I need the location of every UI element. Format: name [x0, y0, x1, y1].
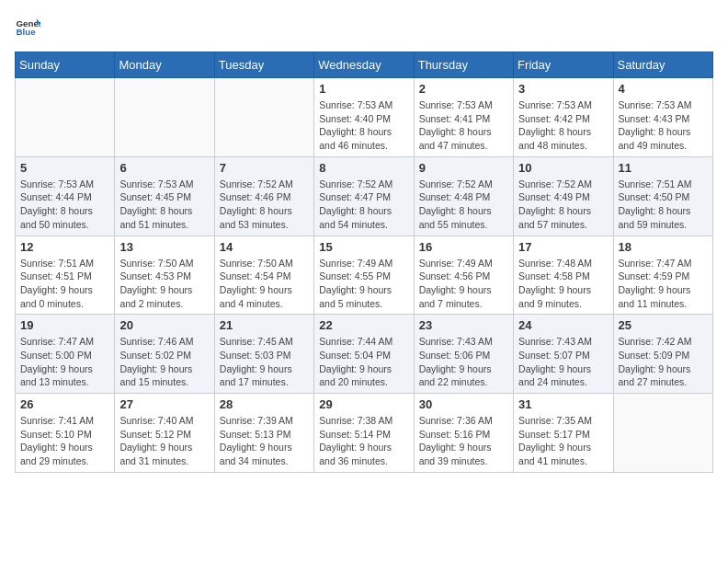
page-header: General Blue — [15, 15, 713, 40]
day-cell: 1Sunrise: 7:53 AM Sunset: 4:40 PM Daylig… — [314, 78, 414, 157]
day-number: 30 — [419, 397, 508, 411]
day-detail: Sunrise: 7:48 AM Sunset: 4:58 PM Dayligh… — [518, 257, 608, 311]
day-number: 12 — [20, 240, 109, 254]
day-number: 1 — [319, 82, 408, 96]
day-detail: Sunrise: 7:44 AM Sunset: 5:04 PM Dayligh… — [319, 335, 408, 389]
day-detail: Sunrise: 7:40 AM Sunset: 5:12 PM Dayligh… — [119, 414, 209, 468]
day-number: 14 — [220, 240, 309, 254]
day-number: 23 — [419, 318, 508, 332]
day-number: 26 — [20, 397, 109, 411]
day-detail: Sunrise: 7:52 AM Sunset: 4:47 PM Dayligh… — [319, 178, 408, 232]
week-row-1: 1Sunrise: 7:53 AM Sunset: 4:40 PM Daylig… — [16, 78, 713, 157]
day-cell: 30Sunrise: 7:36 AM Sunset: 5:16 PM Dayli… — [414, 394, 513, 473]
day-number: 31 — [518, 397, 608, 411]
day-number: 19 — [20, 318, 109, 332]
day-cell: 24Sunrise: 7:43 AM Sunset: 5:07 PM Dayli… — [514, 315, 613, 394]
day-detail: Sunrise: 7:53 AM Sunset: 4:42 PM Dayligh… — [518, 98, 608, 153]
day-cell: 6Sunrise: 7:53 AM Sunset: 4:45 PM Daylig… — [115, 156, 214, 236]
day-detail: Sunrise: 7:50 AM Sunset: 4:53 PM Dayligh… — [119, 257, 209, 311]
day-detail: Sunrise: 7:42 AM Sunset: 5:09 PM Dayligh… — [619, 335, 708, 389]
day-number: 16 — [419, 240, 508, 254]
day-detail: Sunrise: 7:53 AM Sunset: 4:43 PM Dayligh… — [619, 98, 708, 153]
day-number: 8 — [319, 161, 408, 175]
day-cell: 22Sunrise: 7:44 AM Sunset: 5:04 PM Dayli… — [314, 315, 414, 394]
day-cell: 17Sunrise: 7:48 AM Sunset: 4:58 PM Dayli… — [514, 236, 613, 315]
day-cell — [613, 394, 712, 473]
col-header-thursday: Thursday — [414, 52, 513, 78]
day-cell: 21Sunrise: 7:45 AM Sunset: 5:03 PM Dayli… — [214, 315, 313, 394]
day-detail: Sunrise: 7:47 AM Sunset: 5:00 PM Dayligh… — [20, 335, 109, 389]
week-row-4: 19Sunrise: 7:47 AM Sunset: 5:00 PM Dayli… — [16, 315, 713, 394]
day-number: 20 — [119, 318, 209, 332]
day-detail: Sunrise: 7:49 AM Sunset: 4:56 PM Dayligh… — [419, 257, 508, 311]
col-header-friday: Friday — [514, 52, 613, 78]
day-detail: Sunrise: 7:51 AM Sunset: 4:51 PM Dayligh… — [20, 257, 109, 311]
day-cell: 18Sunrise: 7:47 AM Sunset: 4:59 PM Dayli… — [613, 236, 712, 315]
calendar-table: SundayMondayTuesdayWednesdayThursdayFrid… — [15, 52, 713, 473]
day-cell: 19Sunrise: 7:47 AM Sunset: 5:00 PM Dayli… — [16, 315, 115, 394]
day-cell — [115, 78, 214, 157]
week-row-3: 12Sunrise: 7:51 AM Sunset: 4:51 PM Dayli… — [16, 236, 713, 315]
day-cell: 31Sunrise: 7:35 AM Sunset: 5:17 PM Dayli… — [514, 394, 613, 473]
day-cell: 9Sunrise: 7:52 AM Sunset: 4:48 PM Daylig… — [414, 156, 513, 236]
day-number: 24 — [518, 318, 608, 332]
day-number: 17 — [518, 240, 608, 254]
day-detail: Sunrise: 7:52 AM Sunset: 4:46 PM Dayligh… — [220, 178, 309, 232]
week-row-5: 26Sunrise: 7:41 AM Sunset: 5:10 PM Dayli… — [16, 394, 713, 473]
day-number: 2 — [419, 82, 508, 96]
day-number: 11 — [619, 161, 708, 175]
day-number: 3 — [518, 82, 608, 96]
day-cell: 5Sunrise: 7:53 AM Sunset: 4:44 PM Daylig… — [16, 156, 115, 236]
day-number: 27 — [119, 397, 209, 411]
day-number: 22 — [319, 318, 408, 332]
day-detail: Sunrise: 7:52 AM Sunset: 4:49 PM Dayligh… — [518, 178, 608, 232]
day-cell: 23Sunrise: 7:43 AM Sunset: 5:06 PM Dayli… — [414, 315, 513, 394]
day-cell — [214, 78, 313, 157]
day-cell: 7Sunrise: 7:52 AM Sunset: 4:46 PM Daylig… — [214, 156, 313, 236]
day-cell: 14Sunrise: 7:50 AM Sunset: 4:54 PM Dayli… — [214, 236, 313, 315]
day-detail: Sunrise: 7:53 AM Sunset: 4:45 PM Dayligh… — [119, 178, 209, 232]
logo: General Blue — [15, 15, 44, 40]
day-cell: 29Sunrise: 7:38 AM Sunset: 5:14 PM Dayli… — [314, 394, 414, 473]
day-detail: Sunrise: 7:35 AM Sunset: 5:17 PM Dayligh… — [518, 414, 608, 468]
day-cell: 10Sunrise: 7:52 AM Sunset: 4:49 PM Dayli… — [514, 156, 613, 236]
day-number: 18 — [619, 240, 708, 254]
col-header-tuesday: Tuesday — [214, 52, 313, 78]
day-cell: 11Sunrise: 7:51 AM Sunset: 4:50 PM Dayli… — [613, 156, 712, 236]
day-detail: Sunrise: 7:46 AM Sunset: 5:02 PM Dayligh… — [119, 335, 209, 389]
col-header-saturday: Saturday — [613, 52, 712, 78]
day-cell: 25Sunrise: 7:42 AM Sunset: 5:09 PM Dayli… — [613, 315, 712, 394]
day-detail: Sunrise: 7:36 AM Sunset: 5:16 PM Dayligh… — [419, 414, 508, 468]
day-detail: Sunrise: 7:38 AM Sunset: 5:14 PM Dayligh… — [319, 414, 408, 468]
day-detail: Sunrise: 7:49 AM Sunset: 4:55 PM Dayligh… — [319, 257, 408, 311]
day-cell: 16Sunrise: 7:49 AM Sunset: 4:56 PM Dayli… — [414, 236, 513, 315]
day-detail: Sunrise: 7:47 AM Sunset: 4:59 PM Dayligh… — [619, 257, 708, 311]
day-cell: 26Sunrise: 7:41 AM Sunset: 5:10 PM Dayli… — [16, 394, 115, 473]
svg-text:Blue: Blue — [16, 27, 36, 37]
day-number: 4 — [619, 82, 708, 96]
day-cell: 12Sunrise: 7:51 AM Sunset: 4:51 PM Dayli… — [16, 236, 115, 315]
day-detail: Sunrise: 7:43 AM Sunset: 5:07 PM Dayligh… — [518, 335, 608, 389]
day-number: 13 — [119, 240, 209, 254]
header-row: SundayMondayTuesdayWednesdayThursdayFrid… — [16, 52, 713, 78]
day-number: 21 — [220, 318, 309, 332]
col-header-sunday: Sunday — [16, 52, 115, 78]
day-cell: 8Sunrise: 7:52 AM Sunset: 4:47 PM Daylig… — [314, 156, 414, 236]
day-cell — [16, 78, 115, 157]
day-number: 6 — [119, 161, 209, 175]
day-detail: Sunrise: 7:43 AM Sunset: 5:06 PM Dayligh… — [419, 335, 508, 389]
day-number: 10 — [518, 161, 608, 175]
week-row-2: 5Sunrise: 7:53 AM Sunset: 4:44 PM Daylig… — [16, 156, 713, 236]
day-number: 5 — [20, 161, 109, 175]
day-number: 15 — [319, 240, 408, 254]
day-number: 28 — [220, 397, 309, 411]
day-number: 25 — [619, 318, 708, 332]
day-number: 9 — [419, 161, 508, 175]
day-detail: Sunrise: 7:45 AM Sunset: 5:03 PM Dayligh… — [220, 335, 309, 389]
logo-icon: General Blue — [15, 15, 40, 40]
day-detail: Sunrise: 7:53 AM Sunset: 4:44 PM Dayligh… — [20, 178, 109, 232]
day-number: 7 — [220, 161, 309, 175]
day-cell: 15Sunrise: 7:49 AM Sunset: 4:55 PM Dayli… — [314, 236, 414, 315]
day-number: 29 — [319, 397, 408, 411]
day-detail: Sunrise: 7:41 AM Sunset: 5:10 PM Dayligh… — [20, 414, 109, 468]
